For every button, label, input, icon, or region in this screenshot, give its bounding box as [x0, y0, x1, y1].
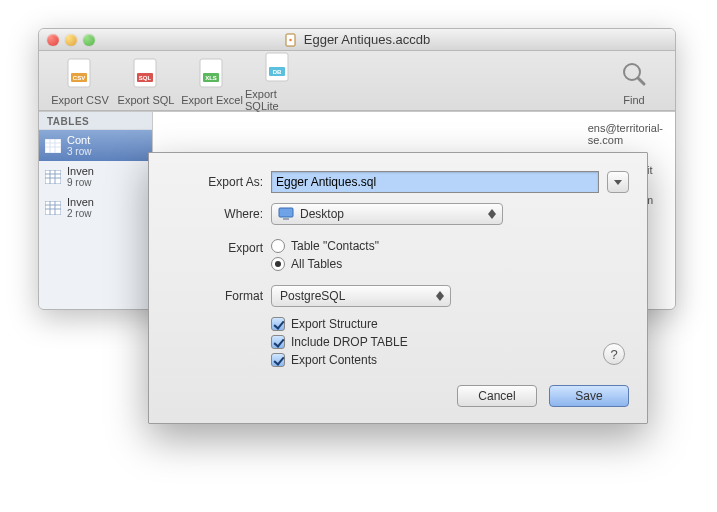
titlebar: Egger Antiques.accdb — [39, 29, 675, 51]
where-label: Where: — [167, 207, 263, 221]
email-cell: se.com — [588, 134, 623, 146]
button-label: Save — [575, 389, 602, 403]
format-value: PostgreSQL — [280, 289, 345, 303]
export-as-history-button[interactable] — [607, 171, 629, 193]
export-scope-label: Export — [167, 239, 263, 255]
cancel-button[interactable]: Cancel — [457, 385, 537, 407]
updown-icon — [436, 291, 444, 301]
svg-text:CSV: CSV — [73, 75, 85, 81]
radio-label: All Tables — [291, 257, 342, 271]
radio-icon — [271, 257, 285, 271]
window-title: Egger Antiques.accdb — [39, 32, 675, 47]
toolbar-label: Export SQLite — [245, 88, 311, 112]
sidebar-table-item[interactable]: Inven 9 row — [39, 161, 152, 192]
toolbar-export-excel[interactable]: XLS Export Excel — [179, 56, 245, 106]
where-value: Desktop — [300, 207, 344, 221]
export-as-input[interactable] — [271, 171, 599, 193]
svg-point-1 — [289, 38, 292, 41]
radio-label: Table "Contacts" — [291, 239, 379, 253]
svg-rect-21 — [45, 170, 61, 184]
document-icon — [284, 33, 298, 47]
sidebar: TABLES Cont 3 row Inven 9 row Inven — [39, 112, 153, 309]
toolbar-label: Find — [623, 94, 644, 106]
toolbar-label: Export Excel — [181, 94, 243, 106]
checkbox-icon — [271, 335, 285, 349]
close-window-button[interactable] — [47, 34, 59, 46]
table-rows: 3 row — [67, 146, 137, 157]
radio-table[interactable]: Table "Contacts" — [271, 239, 379, 253]
svg-rect-32 — [283, 218, 289, 220]
check-export-structure[interactable]: Export Structure — [271, 317, 629, 331]
svg-rect-26 — [45, 201, 61, 215]
help-label: ? — [610, 347, 617, 362]
sql-icon: SQL — [130, 56, 162, 92]
table-icon — [45, 139, 61, 153]
table-name: Cont — [67, 134, 137, 146]
table-name: Inven — [67, 196, 137, 208]
table-icon — [45, 170, 61, 184]
table-rows: 2 row — [67, 208, 137, 219]
save-button[interactable]: Save — [549, 385, 629, 407]
svg-text:SQL: SQL — [139, 75, 152, 81]
toolbar-label: Export CSV — [51, 94, 108, 106]
sidebar-table-item[interactable]: Inven 2 row — [39, 192, 152, 223]
toolbar-find[interactable]: Find — [601, 56, 667, 106]
radio-icon — [271, 239, 285, 253]
svg-rect-0 — [286, 34, 295, 46]
toolbar-export-sql[interactable]: SQL Export SQL — [113, 56, 179, 106]
format-select[interactable]: PostgreSQL — [271, 285, 451, 307]
toolbar: CSV Export CSV SQL Export SQL XLS Export… — [39, 51, 675, 111]
button-label: Cancel — [478, 389, 515, 403]
where-select[interactable]: Desktop — [271, 203, 503, 225]
check-label: Export Contents — [291, 353, 377, 367]
check-label: Include DROP TABLE — [291, 335, 408, 349]
updown-icon — [488, 209, 496, 219]
format-label: Format — [167, 289, 263, 303]
csv-icon: CSV — [64, 56, 96, 92]
table-name: Inven — [67, 165, 137, 177]
export-dialog: Export As: Where: Desktop Export Table "… — [148, 152, 648, 424]
chevron-down-icon — [614, 180, 622, 185]
sidebar-header: TABLES — [39, 112, 152, 130]
export-as-label: Export As: — [167, 175, 263, 189]
sidebar-table-item[interactable]: Cont 3 row — [39, 130, 152, 161]
svg-rect-31 — [279, 208, 293, 217]
table-icon — [45, 201, 61, 215]
xls-icon: XLS — [196, 56, 228, 92]
db-icon: DB — [262, 50, 294, 86]
check-export-contents[interactable]: Export Contents — [271, 353, 629, 367]
toolbar-label: Export SQL — [118, 94, 175, 106]
svg-rect-16 — [45, 139, 61, 153]
check-drop-table[interactable]: Include DROP TABLE — [271, 335, 629, 349]
check-label: Export Structure — [291, 317, 378, 331]
search-icon — [618, 56, 650, 92]
svg-line-15 — [638, 78, 644, 84]
checkbox-icon — [271, 317, 285, 331]
checkbox-icon — [271, 353, 285, 367]
svg-text:XLS: XLS — [205, 75, 217, 81]
minimize-window-button[interactable] — [65, 34, 77, 46]
help-button[interactable]: ? — [603, 343, 625, 365]
svg-text:DB: DB — [273, 69, 282, 75]
email-cell: ens@territorial- — [588, 122, 663, 134]
toolbar-export-csv[interactable]: CSV Export CSV — [47, 56, 113, 106]
table-rows: 9 row — [67, 177, 137, 188]
traffic-lights — [39, 34, 95, 46]
desktop-icon — [278, 207, 294, 221]
radio-all-tables[interactable]: All Tables — [271, 257, 379, 271]
toolbar-export-sqlite[interactable]: DB Export SQLite — [245, 50, 311, 112]
zoom-window-button[interactable] — [83, 34, 95, 46]
